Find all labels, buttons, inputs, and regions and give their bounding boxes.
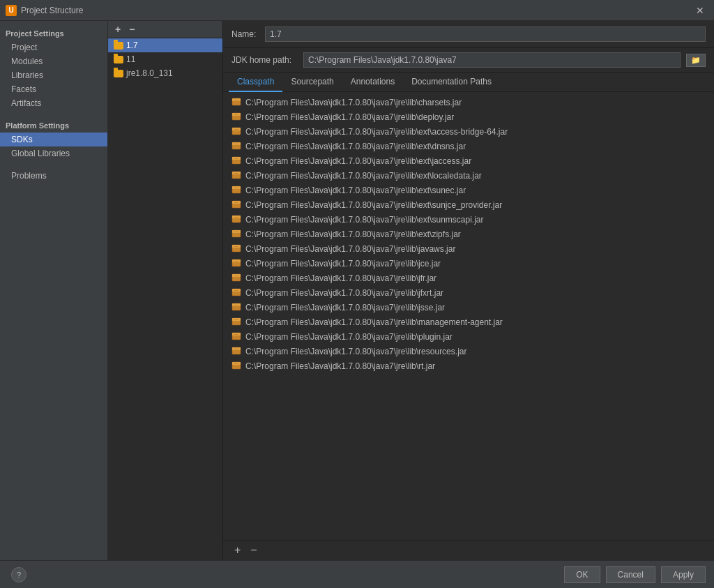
jar-icon — [231, 257, 241, 269]
svg-rect-29 — [234, 232, 238, 232]
tab-sourcepath[interactable]: Sourcepath — [282, 73, 342, 92]
classpath-item[interactable]: C:\Program Files\Java\jdk1.7.0.80\java7\… — [223, 168, 714, 183]
sdk-item-11[interactable]: 11 — [108, 52, 222, 66]
classpath-path: C:\Program Files\Java\jdk1.7.0.80\java7\… — [245, 317, 503, 327]
ok-button[interactable]: OK — [564, 566, 600, 583]
classpath-item[interactable]: C:\Program Files\Java\jdk1.7.0.80\java7\… — [223, 344, 714, 359]
classpath-path: C:\Program Files\Java\jdk1.7.0.80\java7\… — [245, 171, 482, 181]
sdk-item-label: 11 — [126, 54, 135, 64]
help-button[interactable]: ? — [11, 567, 26, 582]
sidebar-item-facets[interactable]: Facets — [0, 82, 107, 96]
classpath-item[interactable]: C:\Program Files\Java\jdk1.7.0.80\java7\… — [223, 329, 714, 344]
jdk-path-label: JDK home path: — [231, 55, 298, 65]
tabs-bar: Classpath Sourcepath Annotations Documen… — [223, 73, 714, 92]
sidebar-item-problems[interactable]: Problems — [0, 169, 107, 183]
classpath-item[interactable]: C:\Program Files\Java\jdk1.7.0.80\java7\… — [223, 124, 714, 139]
bottom-toolbar: + − — [223, 540, 714, 560]
sdk-item-17[interactable]: 1.7 — [108, 38, 222, 52]
platform-settings-title: Platform Settings — [0, 119, 107, 133]
classpath-path: C:\Program Files\Java\jdk1.7.0.80\java7\… — [245, 186, 466, 195]
sdk-item-label: jre1.8.0_131 — [126, 68, 173, 78]
svg-rect-38 — [234, 276, 238, 276]
remove-classpath-button[interactable]: − — [248, 543, 259, 557]
svg-rect-53 — [234, 349, 238, 349]
classpath-item[interactable]: C:\Program Files\Java\jdk1.7.0.80\java7\… — [223, 227, 714, 241]
sdk-item-jre[interactable]: jre1.8.0_131 — [108, 66, 222, 80]
close-button[interactable]: ✕ — [692, 3, 708, 17]
svg-rect-41 — [234, 290, 238, 291]
jdk-path-input[interactable] — [303, 52, 681, 68]
classpath-path: C:\Program Files\Java\jdk1.7.0.80\java7\… — [245, 273, 436, 283]
classpath-path: C:\Program Files\Java\jdk1.7.0.80\java7\… — [245, 259, 441, 269]
sidebar-item-libraries[interactable]: Libraries — [0, 68, 107, 82]
tab-documentation-paths[interactable]: Documentation Paths — [403, 73, 500, 92]
svg-rect-5 — [234, 114, 238, 115]
svg-rect-56 — [234, 363, 238, 364]
sidebar: Project Settings Project Modules Librari… — [0, 21, 108, 560]
svg-rect-47 — [234, 319, 238, 320]
sidebar-item-sdks[interactable]: SDKs — [0, 133, 107, 146]
svg-rect-11 — [234, 144, 238, 144]
folder-icon — [114, 70, 123, 77]
sidebar-item-modules[interactable]: Modules — [0, 54, 107, 68]
classpath-item[interactable]: C:\Program Files\Java\jdk1.7.0.80\java7\… — [223, 153, 714, 168]
classpath-path: C:\Program Files\Java\jdk1.7.0.80\java7\… — [245, 347, 466, 356]
classpath-item[interactable]: C:\Program Files\Java\jdk1.7.0.80\java7\… — [223, 95, 714, 110]
tab-classpath[interactable]: Classpath — [229, 73, 282, 92]
jdk-path-browse-button[interactable]: 📁 — [686, 54, 706, 67]
svg-rect-14 — [234, 158, 238, 159]
svg-rect-17 — [234, 173, 238, 174]
classpath-item[interactable]: C:\Program Files\Java\jdk1.7.0.80\java7\… — [223, 183, 714, 197]
classpath-item[interactable]: C:\Program Files\Java\jdk1.7.0.80\java7\… — [223, 139, 714, 153]
classpath-path: C:\Program Files\Java\jdk1.7.0.80\java7\… — [245, 127, 508, 137]
add-sdk-button[interactable]: + — [112, 24, 123, 35]
sdk-item-label: 1.7 — [126, 40, 138, 50]
sdk-toolbar: + − — [108, 21, 222, 38]
classpath-item[interactable]: C:\Program Files\Java\jdk1.7.0.80\java7\… — [223, 315, 714, 329]
name-label: Name: — [231, 29, 259, 39]
tab-annotations[interactable]: Annotations — [342, 73, 403, 92]
sidebar-item-artifacts[interactable]: Artifacts — [0, 96, 107, 110]
remove-sdk-button[interactable]: − — [126, 24, 137, 35]
classpath-item[interactable]: C:\Program Files\Java\jdk1.7.0.80\java7\… — [223, 359, 714, 373]
classpath-path: C:\Program Files\Java\jdk1.7.0.80\java7\… — [245, 200, 502, 210]
classpath-item[interactable]: C:\Program Files\Java\jdk1.7.0.80\java7\… — [223, 212, 714, 227]
folder-icon — [114, 42, 123, 50]
cancel-button[interactable]: Cancel — [606, 566, 655, 583]
sidebar-item-global-libraries[interactable]: Global Libraries — [0, 146, 107, 160]
jar-icon — [231, 316, 241, 328]
classpath-item[interactable]: C:\Program Files\Java\jdk1.7.0.80\java7\… — [223, 256, 714, 271]
classpath-item[interactable]: C:\Program Files\Java\jdk1.7.0.80\java7\… — [223, 300, 714, 315]
classpath-path: C:\Program Files\Java\jdk1.7.0.80\java7\… — [245, 112, 454, 122]
right-content: Name: JDK home path: 📁 Classpath Sourcep… — [223, 21, 714, 560]
jar-icon — [231, 184, 241, 196]
classpath-item[interactable]: C:\Program Files\Java\jdk1.7.0.80\java7\… — [223, 197, 714, 212]
add-classpath-button[interactable]: + — [231, 543, 243, 557]
classpath-item[interactable]: C:\Program Files\Java\jdk1.7.0.80\java7\… — [223, 271, 714, 285]
classpath-path: C:\Program Files\Java\jdk1.7.0.80\java7\… — [245, 98, 462, 107]
jar-icon — [231, 111, 241, 123]
main-container: Project Settings Project Modules Librari… — [0, 21, 714, 560]
classpath-path: C:\Program Files\Java\jdk1.7.0.80\java7\… — [245, 288, 443, 298]
jar-icon — [231, 140, 241, 152]
name-input[interactable] — [265, 27, 706, 42]
dialog-footer: ? OK Cancel Apply — [0, 560, 714, 588]
classpath-item[interactable]: C:\Program Files\Java\jdk1.7.0.80\java7\… — [223, 241, 714, 256]
jar-icon — [231, 169, 241, 181]
classpath-item[interactable]: C:\Program Files\Java\jdk1.7.0.80\java7\… — [223, 110, 714, 124]
jar-icon — [231, 287, 241, 299]
svg-rect-2 — [234, 100, 238, 100]
sdk-panel: + − 1.7 11 jre1.8.0_131 — [108, 21, 223, 560]
classpath-list: C:\Program Files\Java\jdk1.7.0.80\java7\… — [223, 92, 714, 540]
jar-icon — [231, 213, 241, 225]
svg-rect-44 — [234, 305, 238, 306]
svg-rect-50 — [234, 334, 238, 335]
classpath-item[interactable]: C:\Program Files\Java\jdk1.7.0.80\java7\… — [223, 285, 714, 300]
jar-icon — [231, 345, 241, 357]
apply-button[interactable]: Apply — [661, 566, 706, 583]
svg-rect-26 — [234, 217, 238, 218]
jar-icon — [231, 243, 241, 255]
sidebar-item-project[interactable]: Project — [0, 40, 107, 54]
jar-icon — [231, 272, 241, 284]
classpath-path: C:\Program Files\Java\jdk1.7.0.80\java7\… — [245, 142, 466, 151]
